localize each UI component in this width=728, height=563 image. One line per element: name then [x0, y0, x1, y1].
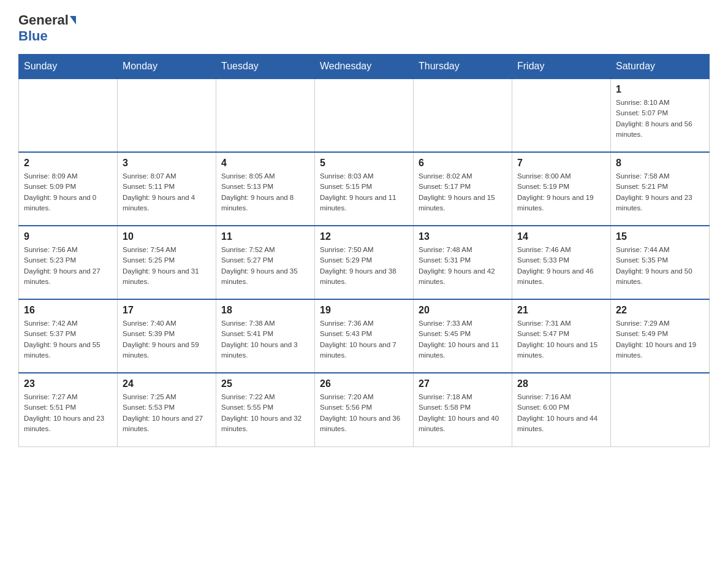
table-row: 25Sunrise: 7:22 AMSunset: 5:55 PMDayligh…	[216, 373, 315, 446]
page-header: General Blue	[18, 12, 710, 44]
day-number: 25	[221, 378, 309, 389]
day-number: 11	[221, 231, 309, 242]
day-info: Sunrise: 7:56 AMSunset: 5:23 PMDaylight:…	[24, 245, 112, 287]
table-row: 26Sunrise: 7:20 AMSunset: 5:56 PMDayligh…	[315, 373, 414, 446]
calendar-table: Sunday Monday Tuesday Wednesday Thursday…	[18, 54, 710, 447]
table-row: 7Sunrise: 8:00 AMSunset: 5:19 PMDaylight…	[512, 152, 611, 226]
day-number: 15	[616, 231, 704, 242]
day-info: Sunrise: 8:10 AMSunset: 5:07 PMDaylight:…	[616, 98, 704, 140]
day-number: 8	[616, 158, 704, 169]
table-row: 5Sunrise: 8:03 AMSunset: 5:15 PMDaylight…	[315, 152, 414, 226]
calendar-week-row: 23Sunrise: 7:27 AMSunset: 5:51 PMDayligh…	[19, 373, 710, 446]
day-info: Sunrise: 7:36 AMSunset: 5:43 PMDaylight:…	[320, 318, 408, 361]
day-number: 18	[221, 305, 309, 316]
day-info: Sunrise: 7:44 AMSunset: 5:35 PMDaylight:…	[616, 245, 704, 287]
col-sunday: Sunday	[19, 55, 118, 79]
day-info: Sunrise: 7:58 AMSunset: 5:21 PMDaylight:…	[616, 171, 704, 213]
table-row: 13Sunrise: 7:48 AMSunset: 5:31 PMDayligh…	[414, 226, 512, 299]
day-number: 17	[123, 305, 211, 316]
day-info: Sunrise: 7:33 AMSunset: 5:45 PMDaylight:…	[419, 318, 507, 361]
day-number: 2	[24, 158, 112, 169]
table-row: 20Sunrise: 7:33 AMSunset: 5:45 PMDayligh…	[414, 299, 512, 373]
day-info: Sunrise: 8:07 AMSunset: 5:11 PMDaylight:…	[123, 171, 211, 213]
calendar-week-row: 9Sunrise: 7:56 AMSunset: 5:23 PMDaylight…	[19, 226, 710, 299]
table-row: 17Sunrise: 7:40 AMSunset: 5:39 PMDayligh…	[118, 299, 216, 373]
day-number: 10	[123, 231, 211, 242]
day-number: 24	[123, 378, 211, 389]
col-friday: Friday	[512, 55, 611, 79]
day-info: Sunrise: 7:22 AMSunset: 5:55 PMDaylight:…	[221, 392, 309, 434]
day-info: Sunrise: 7:20 AMSunset: 5:56 PMDaylight:…	[320, 392, 408, 434]
day-info: Sunrise: 7:38 AMSunset: 5:41 PMDaylight:…	[221, 318, 309, 361]
table-row: 21Sunrise: 7:31 AMSunset: 5:47 PMDayligh…	[512, 299, 611, 373]
day-info: Sunrise: 7:27 AMSunset: 5:51 PMDaylight:…	[24, 392, 112, 434]
day-number: 7	[517, 158, 605, 169]
day-number: 28	[517, 378, 605, 389]
day-number: 16	[24, 305, 112, 316]
col-wednesday: Wednesday	[315, 55, 414, 79]
day-info: Sunrise: 8:00 AMSunset: 5:19 PMDaylight:…	[517, 171, 605, 213]
calendar-header-row: Sunday Monday Tuesday Wednesday Thursday…	[19, 55, 710, 79]
logo: General Blue	[18, 12, 77, 44]
table-row: 15Sunrise: 7:44 AMSunset: 5:35 PMDayligh…	[611, 226, 710, 299]
logo-general-text: General	[18, 12, 69, 28]
table-row: 14Sunrise: 7:46 AMSunset: 5:33 PMDayligh…	[512, 226, 611, 299]
logo-triangle-icon	[70, 16, 76, 25]
table-row: 28Sunrise: 7:16 AMSunset: 6:00 PMDayligh…	[512, 373, 611, 446]
day-number: 21	[517, 305, 605, 316]
table-row	[414, 79, 512, 152]
day-number: 23	[24, 378, 112, 389]
day-number: 26	[320, 378, 408, 389]
day-info: Sunrise: 7:16 AMSunset: 6:00 PMDaylight:…	[517, 392, 605, 434]
table-row: 27Sunrise: 7:18 AMSunset: 5:58 PMDayligh…	[414, 373, 512, 446]
day-info: Sunrise: 7:52 AMSunset: 5:27 PMDaylight:…	[221, 245, 309, 287]
calendar-week-row: 16Sunrise: 7:42 AMSunset: 5:37 PMDayligh…	[19, 299, 710, 373]
day-number: 27	[419, 378, 507, 389]
logo-blue-text: Blue	[18, 28, 48, 44]
day-info: Sunrise: 8:05 AMSunset: 5:13 PMDaylight:…	[221, 171, 309, 213]
table-row: 23Sunrise: 7:27 AMSunset: 5:51 PMDayligh…	[19, 373, 118, 446]
day-info: Sunrise: 8:02 AMSunset: 5:17 PMDaylight:…	[419, 171, 507, 213]
day-info: Sunrise: 8:03 AMSunset: 5:15 PMDaylight:…	[320, 171, 408, 213]
table-row	[611, 373, 710, 446]
day-info: Sunrise: 7:48 AMSunset: 5:31 PMDaylight:…	[419, 245, 507, 287]
day-number: 13	[419, 231, 507, 242]
day-info: Sunrise: 7:29 AMSunset: 5:49 PMDaylight:…	[616, 318, 704, 361]
table-row: 4Sunrise: 8:05 AMSunset: 5:13 PMDaylight…	[216, 152, 315, 226]
day-number: 1	[616, 84, 704, 95]
table-row: 16Sunrise: 7:42 AMSunset: 5:37 PMDayligh…	[19, 299, 118, 373]
col-thursday: Thursday	[414, 55, 512, 79]
day-number: 20	[419, 305, 507, 316]
table-row	[216, 79, 315, 152]
day-number: 19	[320, 305, 408, 316]
table-row: 22Sunrise: 7:29 AMSunset: 5:49 PMDayligh…	[611, 299, 710, 373]
day-number: 14	[517, 231, 605, 242]
table-row: 1Sunrise: 8:10 AMSunset: 5:07 PMDaylight…	[611, 79, 710, 152]
table-row	[19, 79, 118, 152]
day-info: Sunrise: 7:46 AMSunset: 5:33 PMDaylight:…	[517, 245, 605, 287]
table-row: 3Sunrise: 8:07 AMSunset: 5:11 PMDaylight…	[118, 152, 216, 226]
calendar-week-row: 1Sunrise: 8:10 AMSunset: 5:07 PMDaylight…	[19, 79, 710, 152]
table-row	[118, 79, 216, 152]
day-number: 4	[221, 158, 309, 169]
day-info: Sunrise: 7:54 AMSunset: 5:25 PMDaylight:…	[123, 245, 211, 287]
col-saturday: Saturday	[611, 55, 710, 79]
day-info: Sunrise: 7:25 AMSunset: 5:53 PMDaylight:…	[123, 392, 211, 434]
table-row: 18Sunrise: 7:38 AMSunset: 5:41 PMDayligh…	[216, 299, 315, 373]
day-info: Sunrise: 7:31 AMSunset: 5:47 PMDaylight:…	[517, 318, 605, 361]
col-monday: Monday	[118, 55, 216, 79]
day-number: 6	[419, 158, 507, 169]
table-row: 8Sunrise: 7:58 AMSunset: 5:21 PMDaylight…	[611, 152, 710, 226]
day-number: 12	[320, 231, 408, 242]
day-info: Sunrise: 7:42 AMSunset: 5:37 PMDaylight:…	[24, 318, 112, 361]
table-row: 2Sunrise: 8:09 AMSunset: 5:09 PMDaylight…	[19, 152, 118, 226]
day-number: 22	[616, 305, 704, 316]
day-number: 3	[123, 158, 211, 169]
calendar-week-row: 2Sunrise: 8:09 AMSunset: 5:09 PMDaylight…	[19, 152, 710, 226]
day-info: Sunrise: 8:09 AMSunset: 5:09 PMDaylight:…	[24, 171, 112, 213]
table-row	[512, 79, 611, 152]
table-row: 6Sunrise: 8:02 AMSunset: 5:17 PMDaylight…	[414, 152, 512, 226]
table-row: 12Sunrise: 7:50 AMSunset: 5:29 PMDayligh…	[315, 226, 414, 299]
table-row: 19Sunrise: 7:36 AMSunset: 5:43 PMDayligh…	[315, 299, 414, 373]
day-number: 9	[24, 231, 112, 242]
